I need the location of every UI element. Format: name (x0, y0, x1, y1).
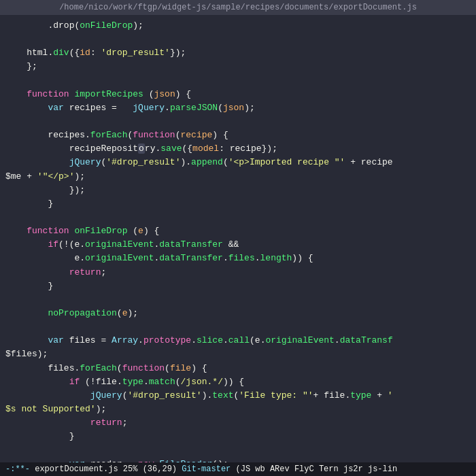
code-line: jQuery('#drop_result').text('File type: … (0, 389, 476, 403)
code-line: var reader = new FileReader(); (0, 458, 476, 463)
code-line (0, 211, 476, 224)
code-line: $me + '"</p>'); (0, 170, 476, 184)
code-line (0, 33, 476, 46)
code-line: } (0, 197, 476, 211)
code-line: }; (0, 60, 476, 73)
code-line (0, 74, 476, 88)
code-line (0, 293, 476, 307)
code-line: } (0, 430, 476, 443)
code-line (0, 115, 476, 129)
code-line: noPropagation(e); (0, 307, 476, 320)
status-percent: 25% (36,29) (118, 464, 182, 474)
code-line: .drop(onFileDrop); (0, 19, 476, 33)
code-line: } (0, 279, 476, 293)
status-branch: Git-master (182, 464, 231, 474)
code-line: return; (0, 266, 476, 279)
code-line: recipeRepository.save({model: recipe}); (0, 142, 476, 156)
code-line: if (!file.type.match(/json.*/)) { (0, 375, 476, 389)
code-line: $s not Supported'); (0, 403, 476, 416)
code-line: recipes.forEach(function(recipe) { (0, 129, 476, 142)
status-mode: -:**- (5, 464, 35, 474)
code-line: html.div({id: 'drop_result'}); (0, 46, 476, 60)
status-flags: (JS wb ARev FlyC Tern js2r js-lin (231, 464, 397, 474)
code-line (0, 443, 476, 457)
file-path: /home/nico/work/ftgp/widget-js/sample/re… (59, 3, 417, 12)
code-area[interactable]: .drop(onFileDrop); html.div({id: 'drop_r… (0, 15, 476, 462)
code-line: if(!(e.originalEvent.dataTransfer && (0, 238, 476, 252)
code-line: e.originalEvent.dataTransfer.files.lengt… (0, 252, 476, 265)
code-line: var recipes = jQuery.parseJSON(json); (0, 101, 476, 115)
code-line: return; (0, 416, 476, 430)
code-line: }); (0, 184, 476, 197)
code-line: var files = Array.prototype.slice.call(e… (0, 334, 476, 347)
code-line: jQuery('#drop_result').append('<p>Import… (0, 156, 476, 169)
code-line: function onFileDrop (e) { (0, 224, 476, 238)
status-bar: -:**- exportDocument.js 25% (36,29) Git-… (0, 462, 476, 476)
code-line: function importRecipes (json) { (0, 88, 476, 101)
status-filename: exportDocument.js (35, 464, 118, 474)
title-bar: /home/nico/work/ftgp/widget-js/sample/re… (0, 0, 476, 15)
code-line (0, 320, 476, 334)
code-line: $files); (0, 347, 476, 361)
code-line: files.forEach(function(file) { (0, 362, 476, 375)
